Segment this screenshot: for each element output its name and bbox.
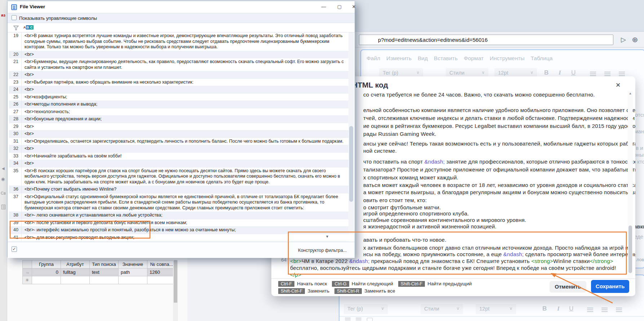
viewer-line[interactable]: 33<br>Начинайте зарабатывать на своём хо… (9, 153, 348, 160)
table-header[interactable]: Группа (32, 260, 61, 268)
empty-cell[interactable] (147, 276, 176, 284)
table-header[interactable]: Значение (119, 260, 147, 268)
menu-item[interactable]: Вставить (434, 55, 458, 62)
indent-icon[interactable] (619, 72, 625, 72)
align-icon-2[interactable] (587, 308, 593, 308)
viewer-line[interactable]: 39<br>- после установки и первого депози… (9, 219, 348, 227)
minimize-icon[interactable]: — (318, 4, 329, 9)
table-cell[interactable]: text (90, 268, 119, 276)
viewer-line[interactable]: 24<br> (9, 86, 348, 94)
table-cell[interactable]: path (119, 268, 147, 276)
viewer-line[interactable]: 38<br>- легко скачивается и устанавливае… (9, 212, 348, 219)
empty-cell[interactable] (119, 276, 147, 284)
viewer-line[interactable]: 25<br>коэффициенты; (9, 94, 348, 101)
bold-icon-2[interactable]: B (542, 305, 547, 312)
viewer-line[interactable]: 20<br> (9, 51, 348, 59)
table-row[interactable]: →0fulltagtextpath1260 (23, 268, 176, 276)
code-line: ваться может каждый человек в возрасте о… (363, 182, 635, 188)
url-input[interactable]: p?mod=editnews&action=editnews&id=56016 (359, 35, 613, 45)
line-text: <br> (21, 51, 348, 58)
file-viewer-titlebar[interactable]: File Viewer — ▢ ✕ (8, 1, 355, 13)
table-cell[interactable]: → (23, 268, 32, 276)
table-cell[interactable]: 1260 (147, 268, 176, 276)
table-cell[interactable]: fulltag (61, 268, 90, 276)
add-tab-icon[interactable]: ⊕ (630, 34, 640, 45)
viewer-line[interactable]: 35<br>В поисках хороших партнёров для ст… (9, 168, 348, 186)
cancel-button[interactable]: Отменить (550, 281, 586, 293)
viewer-line[interactable]: 40<br>- интерфейс максимально простой и … (9, 227, 348, 234)
table-header[interactable]: № совпа... (147, 260, 176, 268)
viewer-line[interactable]: 23<br>Выбирая партнёра, важно обращать в… (9, 79, 348, 86)
bold-icon[interactable]: B (544, 69, 548, 76)
table-new-row[interactable]: ✳ (23, 276, 176, 284)
footer-checkbox[interactable]: ✓ (12, 246, 17, 252)
viewer-line[interactable]: 36<br>Почему стоит выбрать именно Winlin… (9, 186, 348, 193)
line-number: 35 (9, 168, 21, 186)
new-row-marker[interactable]: ✳ (23, 276, 32, 284)
underline-icon[interactable]: U (571, 69, 576, 76)
fullscreen-icon[interactable] (367, 318, 373, 321)
filter-row[interactable]: АВС (8, 23, 355, 32)
screenshot-stage: p?mod=editnews&action=editnews&id=56016 … (0, 0, 644, 321)
menu-item[interactable]: Изменить (386, 55, 412, 62)
viewer-line[interactable]: 30<br> (9, 130, 348, 138)
dropdown-arrow-icon[interactable]: ▼ (325, 235, 329, 238)
scrollbar-thumb[interactable] (629, 226, 632, 273)
empty-cell[interactable] (90, 276, 119, 284)
line-number: 24 (9, 86, 21, 93)
viewer-line[interactable]: 26<br>методы пополнения и вывода; (9, 101, 348, 108)
line-number: 31 (9, 138, 21, 145)
line-number: 23 (9, 79, 21, 86)
scroll-up-icon[interactable]: ▲ (628, 92, 633, 95)
run-icon[interactable]: ▷ (619, 34, 628, 45)
bullist-icon[interactable] (356, 318, 361, 318)
outdent-icon-2[interactable] (601, 308, 608, 308)
back-icon[interactable]: ◀ (2, 166, 5, 170)
line-number: 34 (9, 160, 21, 167)
viewer-line[interactable]: 32<br> (9, 145, 348, 153)
indent-icon-2[interactable] (616, 308, 622, 308)
table-scrollbar[interactable] (173, 260, 178, 321)
table-cell[interactable]: 0 (32, 268, 61, 276)
outdent-icon[interactable] (604, 72, 610, 72)
show-control-chars-checkbox[interactable] (12, 15, 17, 20)
viewer-line[interactable]: 37<br>Официальный статус одноименной бук… (9, 193, 348, 212)
viewer-line[interactable]: 34<br> (9, 160, 348, 168)
underline-icon-2[interactable]: U (569, 305, 573, 312)
numlist-icon[interactable] (345, 318, 351, 318)
menu-item[interactable]: Вид (418, 55, 428, 62)
file-viewer-scrollbar[interactable] (348, 32, 354, 234)
menu-item[interactable]: Таблица (531, 55, 553, 62)
close-window-icon[interactable]: ✕ (348, 4, 359, 9)
viewer-line[interactable]: 21<br>Букмекеры, ведущие лицензированную… (9, 58, 348, 71)
word-count: лов: 4 (636, 257, 644, 262)
empty-cell[interactable] (61, 276, 90, 284)
table-header[interactable]: Атрибут (61, 260, 90, 268)
table-header[interactable]: Тип поиска (90, 260, 119, 268)
menu-item[interactable]: Файл (367, 55, 380, 62)
italic-icon[interactable]: I (559, 69, 561, 76)
viewer-line[interactable]: 27<br>технологичность; (9, 108, 348, 116)
empty-cell[interactable] (32, 276, 61, 284)
menu-item[interactable]: Инструменты (490, 55, 525, 62)
dialog-scrollbar[interactable]: ▲ ▼ (628, 91, 633, 285)
viewer-line[interactable]: 31<br>Определившись, останется зарегистр… (9, 138, 348, 146)
fontsize-dropdown-2[interactable]: ∨12pt (476, 304, 516, 314)
close-icon[interactable]: ✕ (616, 81, 621, 89)
italic-icon-2[interactable]: I (557, 305, 560, 312)
viewer-line[interactable]: 29<br> (9, 123, 348, 131)
viewer-line[interactable]: 22<br> (9, 71, 348, 79)
styles-dropdown-2[interactable]: ∨Стили (421, 304, 463, 314)
viewer-line[interactable]: 19<br>В рамках турнира встретятся лучшие… (9, 32, 348, 51)
code-line: <br>ЧМ в Катаре 2022 &ndash; прекрасный … (290, 258, 613, 264)
save-button[interactable]: Сохранить (591, 280, 629, 293)
maximize-icon[interactable]: ▢ (334, 4, 345, 9)
filter-builder-link[interactable]: Конструктор фильтра... (298, 248, 347, 253)
line-number: 32 (9, 145, 21, 152)
line-text: <br> (21, 86, 348, 93)
tag-dropdown-2[interactable]: ∨Тег (p) (344, 304, 388, 314)
menu-item[interactable]: Формат (464, 55, 484, 62)
viewer-line[interactable]: 41<br>- для всех регулярно проводит выго… (9, 234, 348, 242)
viewer-line[interactable]: 28<br>бонусные предложения и акции; (9, 116, 348, 123)
align-icon[interactable] (590, 72, 596, 72)
